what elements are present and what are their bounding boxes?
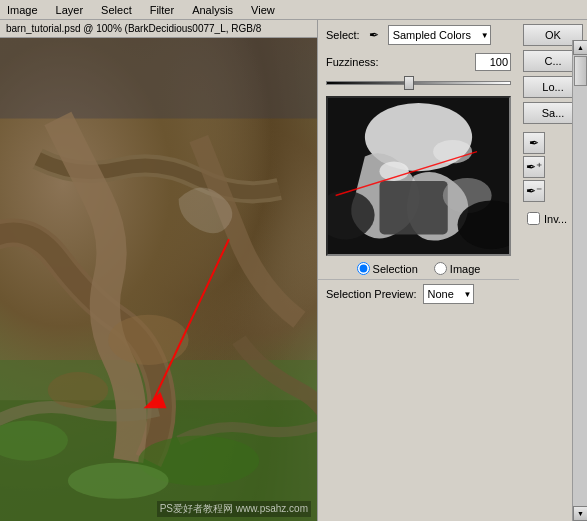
radio-image-label: Image [450,263,481,275]
select-wrapper: Sampled Colors ▼ [388,25,491,45]
eyedropper-plus-icon: ✒⁺ [526,160,542,174]
scroll-thumb[interactable] [574,56,587,86]
scroll-down-arrow[interactable]: ▼ [573,506,587,521]
menu-analysis[interactable]: Analysis [189,3,236,17]
watermark: PS爱好者教程网 www.psahz.com [157,501,311,517]
invert-label: Inv... [544,213,567,225]
selection-preview-row: Selection Preview: None ▼ [318,279,519,308]
sel-preview-select-wrapper: None ▼ [423,284,474,304]
fuzziness-row: Fuzziness: 100 [318,50,519,74]
slider-thumb[interactable] [404,76,414,90]
menu-view[interactable]: View [248,3,278,17]
menu-select[interactable]: Select [98,3,135,17]
image-title-bar: barn_tutorial.psd @ 100% (BarkDecidious0… [0,20,317,38]
svg-point-6 [108,315,189,365]
invert-checkbox[interactable] [527,212,540,225]
photo-canvas[interactable]: PS爱好者教程网 www.psahz.com [0,38,317,521]
eyedropper-plus-button[interactable]: ✒⁺ [523,156,545,178]
eyedropper-icon: ✒ [529,136,539,150]
radio-image[interactable]: Image [434,262,481,275]
svg-rect-12 [380,181,448,235]
scroll-track[interactable] [573,55,587,506]
scroll-up-arrow[interactable]: ▲ [573,40,587,55]
select-label: Select: [326,29,360,41]
slider-track[interactable] [326,76,511,90]
tree-roots-svg [0,38,317,521]
radio-selection[interactable]: Selection [357,262,418,275]
dialog-main: Select: ✒ Sampled Colors ▼ Fuzziness: 10… [318,20,519,308]
svg-point-5 [68,463,169,499]
menu-bar: Image Layer Select Filter Analysis View [0,0,587,20]
slider-bg [326,81,511,85]
sel-preview-label: Selection Preview: [326,288,417,300]
fuzziness-label: Fuzziness: [326,56,379,68]
fuzziness-value[interactable]: 100 [475,53,511,71]
eyedropper-button[interactable]: ✒ [523,132,545,154]
right-panel: Select: ✒ Sampled Colors ▼ Fuzziness: 10… [317,20,587,521]
select-row: Select: ✒ Sampled Colors ▼ [318,20,519,50]
menu-filter[interactable]: Filter [147,3,177,17]
radio-selection-label: Selection [373,263,418,275]
scroll-down-icon: ▼ [577,510,584,517]
select-dropdown[interactable]: Sampled Colors [388,25,491,45]
radio-row: Selection Image [318,258,519,279]
canvas-area: barn_tutorial.psd @ 100% (BarkDecidious0… [0,20,317,521]
menu-image[interactable]: Image [4,3,41,17]
image-title: barn_tutorial.psd @ 100% (BarkDecidious0… [6,23,261,34]
main-area: barn_tutorial.psd @ 100% (BarkDecidious0… [0,20,587,521]
preview-area[interactable] [326,96,511,256]
preview-content [328,98,509,254]
svg-point-7 [48,372,108,408]
sel-preview-dropdown[interactable]: None [423,284,474,304]
slider-row [318,74,519,94]
eyedropper-minus-button[interactable]: ✒⁻ [523,180,545,202]
eyedropper-minus-icon: ✒⁻ [526,184,542,198]
scroll-up-icon: ▲ [577,44,584,51]
preview-svg [328,98,509,254]
menu-layer[interactable]: Layer [53,3,87,17]
color-range-dialog: Select: ✒ Sampled Colors ▼ Fuzziness: 10… [318,20,587,308]
svg-rect-0 [0,38,317,119]
select-eyedropper-icon: ✒ [366,27,382,43]
